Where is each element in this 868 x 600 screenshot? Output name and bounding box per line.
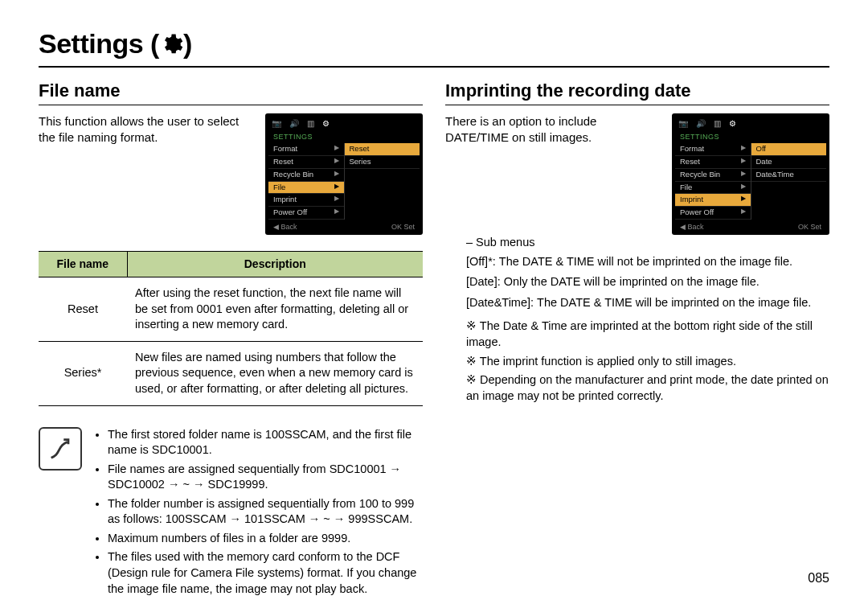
right-column: Imprinting the recording date There is a… — [445, 72, 829, 600]
lcd-preview-filename: 📷 🔊 ▥ ⚙ SETTINGS Format▶Reset▶Recycle Bi… — [265, 113, 423, 236]
lcd-menu-item: Format▶ — [268, 143, 344, 156]
lcd-menu-item: Recycle Bin▶ — [268, 169, 344, 182]
lcd-submenu-item: Series — [345, 156, 420, 169]
note-icon — [39, 427, 82, 471]
submenu-definition: [Off]*:The DATE & TIME will not be impri… — [466, 254, 829, 270]
lcd-submenu-item: Reset — [345, 143, 420, 156]
sound-icon: 🔊 — [289, 118, 299, 129]
imprint-note-item: The Date & Time are imprinted at the bot… — [466, 318, 829, 350]
sound-icon: 🔊 — [696, 118, 706, 129]
note-item: Maximum numbers of files in a folder are… — [108, 531, 423, 547]
filename-options-table: File name Description ResetAfter using t… — [39, 251, 423, 405]
th-filename: File name — [39, 252, 127, 277]
lcd-menu-item: File▶ — [268, 182, 344, 195]
camera-icon: 📷 — [678, 118, 688, 129]
note-item: The first stored folder name is 100SSCAM… — [108, 427, 423, 458]
lcd-menu-item: Imprint▶ — [675, 194, 751, 207]
left-column: File name This function allows the user … — [39, 72, 423, 600]
note-item: The files used with the memory card conf… — [108, 549, 423, 597]
def-value: The DATE & TIME will be imprinted on the… — [537, 295, 811, 311]
lcd-ok: OK Set — [391, 222, 415, 232]
note-item: The folder number is assigned sequential… — [108, 496, 423, 528]
page-title-text: Settings ( — [39, 28, 159, 59]
submenu-definition: [Date]:Only the DATE will be imprinted o… — [466, 274, 829, 290]
lcd-menu-item: File▶ — [675, 182, 751, 195]
filename-intro: This function allows the user to select … — [39, 113, 254, 146]
def-key: [Date&Time]: — [466, 295, 534, 311]
lcd-submenu-item: Date — [751, 156, 827, 169]
lcd-ok: OK Set — [798, 222, 821, 232]
display-icon: ▥ — [307, 118, 314, 129]
lcd-menu-item: Power Off▶ — [675, 207, 751, 220]
option-name: Series* — [39, 341, 127, 405]
lcd-section-label: SETTINGS — [268, 132, 420, 143]
submenus-label: – Sub menus — [466, 235, 829, 251]
page-title-close: ) — [183, 28, 192, 59]
gear-icon — [159, 32, 183, 56]
lcd-menu-item: Recycle Bin▶ — [675, 169, 751, 182]
lcd-menu-item: Format▶ — [675, 143, 751, 156]
def-key: [Date]: — [466, 274, 501, 290]
lcd-submenu-item: Date&Time — [751, 169, 827, 182]
option-name: Reset — [39, 277, 127, 342]
settings-tab-icon: ⚙ — [322, 118, 330, 129]
imprint-notes-list: The Date & Time are imprinted at the bot… — [445, 318, 829, 404]
imprint-note-item: The imprint function is applied only to … — [466, 354, 829, 370]
lcd-menu-item: Reset▶ — [675, 156, 751, 169]
def-key: [Off]*: — [466, 254, 496, 270]
lcd-menu-item: Imprint▶ — [268, 194, 344, 207]
table-row: ResetAfter using the reset function, the… — [39, 277, 423, 342]
display-icon: ▥ — [714, 118, 721, 129]
lcd-submenu-item: Off — [751, 143, 827, 156]
page-number: 085 — [808, 569, 829, 587]
th-description: Description — [127, 252, 423, 277]
lcd-menu-item: Power Off▶ — [268, 207, 344, 220]
lcd-back: ◀ Back — [680, 222, 704, 232]
section-heading-filename: File name — [39, 79, 423, 105]
lcd-back: ◀ Back — [273, 222, 297, 232]
page-title: Settings () — [39, 26, 829, 68]
lcd-menu-item: Reset▶ — [268, 156, 344, 169]
imprint-note-item: Depending on the manufacturer and print … — [466, 372, 829, 404]
def-value: The DATE & TIME will not be imprinted on… — [499, 254, 792, 270]
camera-icon: 📷 — [272, 118, 281, 129]
note-item: File names are assigned sequentially fro… — [108, 462, 423, 493]
section-heading-imprint: Imprinting the recording date — [445, 79, 829, 105]
option-desc: After using the reset function, the next… — [127, 277, 423, 342]
notes-list: The first stored folder name is 100SSCAM… — [93, 427, 423, 601]
lcd-section-label: SETTINGS — [675, 132, 826, 143]
submenu-definition: [Date&Time]:The DATE & TIME will be impr… — [466, 295, 829, 311]
option-desc: New files are named using numbers that f… — [127, 341, 423, 405]
lcd-preview-imprint: 📷 🔊 ▥ ⚙ SETTINGS Format▶Reset▶Recycle Bi… — [672, 113, 829, 236]
def-value: Only the DATE will be imprinted on the i… — [504, 274, 760, 290]
settings-tab-icon: ⚙ — [729, 118, 736, 129]
imprint-intro: There is an option to include DATE/TIME … — [445, 113, 661, 146]
table-row: Series*New files are named using numbers… — [39, 341, 423, 405]
